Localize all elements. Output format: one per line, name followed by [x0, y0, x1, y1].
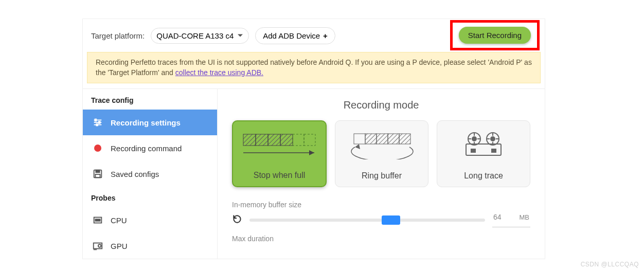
sidebar: Trace config Recording settings — [83, 89, 218, 259]
sidebar-item-label: Recording command — [111, 144, 182, 153]
buffer-size-row: 64 MB — [232, 213, 530, 227]
target-platform-label: Target platform: — [91, 31, 145, 40]
platform-select[interactable]: QUAD-CORE A133 c4 — [151, 28, 249, 44]
svg-rect-18 — [280, 134, 293, 146]
card-label: Long trace — [464, 171, 503, 181]
svg-rect-17 — [268, 134, 280, 146]
svg-marker-29 — [355, 144, 360, 149]
buffer-size-group: In-memory buffer size 64 MB — [232, 201, 530, 227]
add-adb-button[interactable]: Add ADB Device + — [255, 27, 335, 44]
svg-rect-27 — [388, 134, 399, 144]
highlight-box: Start Recording — [450, 20, 540, 50]
svg-rect-7 — [96, 170, 99, 173]
svg-rect-43 — [471, 149, 475, 152]
svg-rect-5 — [96, 124, 98, 126]
svg-rect-19 — [293, 134, 304, 146]
gpu-icon — [92, 240, 103, 251]
sidebar-item-label: GPU — [111, 242, 128, 250]
svg-rect-4 — [99, 121, 100, 123]
svg-rect-25 — [365, 134, 377, 144]
svg-rect-3 — [95, 119, 97, 121]
record-dot-icon — [92, 142, 103, 154]
save-icon — [92, 168, 103, 179]
card-ring-buffer[interactable]: Ring buffer — [335, 120, 428, 187]
sidebar-item-recording-settings[interactable]: Recording settings — [83, 110, 217, 135]
svg-rect-15 — [243, 134, 256, 146]
watermark: CSDN @LLCCQAQ — [581, 261, 639, 268]
sidebar-item-gpu[interactable]: GPU — [83, 233, 217, 259]
card-stop-when-full[interactable]: Stop when full — [232, 120, 327, 187]
max-duration-label: Max duration — [232, 235, 530, 243]
stop-when-full-illustration — [238, 130, 320, 161]
start-recording-button[interactable]: Start Recording — [459, 27, 531, 44]
record-page: Target platform: QUAD-CORE A133 c4 Add A… — [82, 19, 545, 259]
sidebar-item-label: CPU — [111, 216, 127, 225]
sidebar-item-cpu[interactable]: CPU — [83, 207, 217, 233]
cpu-icon — [92, 214, 103, 226]
sidebar-item-recording-command[interactable]: Recording command — [83, 135, 217, 161]
main-panel: Recording mode — [218, 89, 545, 259]
platform-select-wrap[interactable]: QUAD-CORE A133 c4 — [151, 28, 249, 44]
buffer-size-value: 64 — [493, 213, 502, 221]
buffer-size-value-box[interactable]: 64 MB — [492, 213, 530, 227]
buffer-size-thumb[interactable] — [382, 215, 400, 225]
android-q-warning: Recording Perfetto traces from the UI is… — [87, 52, 541, 83]
svg-rect-24 — [354, 134, 365, 144]
sidebar-item-label: Recording settings — [111, 118, 181, 127]
buffer-size-unit: MB — [520, 213, 530, 221]
svg-rect-26 — [377, 134, 388, 144]
buffer-size-slider[interactable] — [249, 219, 485, 222]
long-trace-illustration — [442, 129, 525, 161]
buffer-size-label: In-memory buffer size — [232, 201, 530, 209]
adb-link[interactable]: collect the trace using ADB. — [175, 68, 263, 77]
card-long-trace[interactable]: Long trace — [437, 120, 530, 187]
topbar: Target platform: QUAD-CORE A133 c4 Add A… — [83, 19, 545, 52]
section-probes: Probes — [83, 187, 217, 207]
add-adb-label: Add ADB Device — [263, 31, 320, 40]
svg-rect-8 — [95, 174, 100, 177]
warning-text: Recording Perfetto traces from the UI is… — [96, 58, 532, 77]
recording-mode-heading: Recording mode — [232, 99, 530, 111]
svg-rect-44 — [492, 149, 496, 152]
card-label: Ring buffer — [362, 171, 402, 181]
svg-marker-22 — [309, 150, 314, 155]
sidebar-item-label: Saved configs — [111, 170, 159, 178]
sidebar-item-saved-configs[interactable]: Saved configs — [83, 161, 217, 187]
reset-icon[interactable] — [232, 214, 242, 226]
card-label: Stop when full — [254, 171, 306, 180]
svg-point-12 — [98, 244, 101, 247]
sliders-icon — [92, 117, 103, 128]
body: Trace config Recording settings — [83, 88, 545, 259]
mode-cards: Stop when full — [232, 120, 530, 187]
section-trace-config: Trace config — [83, 89, 217, 110]
svg-rect-28 — [399, 134, 410, 144]
plus-icon: + — [323, 31, 328, 40]
svg-rect-10 — [95, 219, 100, 221]
svg-point-33 — [472, 137, 476, 141]
ring-buffer-illustration — [341, 129, 423, 161]
svg-rect-16 — [256, 134, 268, 146]
max-duration-group: Max duration — [232, 235, 530, 243]
svg-rect-20 — [304, 134, 315, 146]
svg-point-34 — [491, 137, 495, 141]
